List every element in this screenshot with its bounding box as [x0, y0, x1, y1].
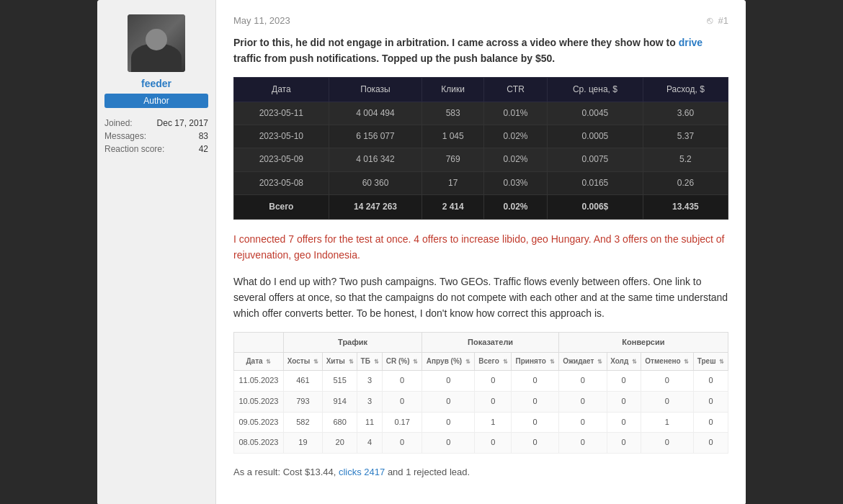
post-header: May 11, 2023 ⎋ #1 — [233, 14, 728, 26]
table-footer-cell: 14 247 263 — [329, 194, 422, 219]
table-cell: 5.2 — [643, 148, 728, 171]
main-content: May 11, 2023 ⎋ #1 Prior to this, he did … — [216, 0, 746, 504]
avatar — [128, 14, 185, 72]
table-cell: 0 — [382, 392, 422, 413]
table-cell: 0 — [512, 433, 559, 454]
table-cell: 0 — [694, 392, 728, 413]
table-cell: 0 — [694, 371, 728, 392]
table-footer-cell: 0.02% — [484, 194, 548, 219]
description-paragraph: What do I end up with? Two push campaign… — [233, 274, 728, 322]
sort-icon[interactable]: ⇅ — [349, 359, 354, 365]
post-number: #1 — [718, 15, 728, 26]
table-cell: 6 156 077 — [329, 125, 422, 148]
author-badge: Author — [104, 94, 208, 108]
table-cell: 0 — [558, 412, 607, 433]
share-icon[interactable]: ⎋ — [707, 14, 713, 26]
table-cell: 0 — [422, 412, 475, 433]
table-cell: 583 — [422, 102, 484, 125]
col-header-cell: Холд ⇅ — [607, 353, 641, 371]
group-header-cell: Показатели — [422, 332, 559, 353]
messages-label: Messages: — [104, 131, 146, 141]
sort-icon[interactable]: ⇅ — [597, 359, 602, 365]
col-header-cell: Хиты ⇅ — [322, 353, 357, 371]
sort-icon[interactable]: ⇅ — [313, 359, 318, 365]
table-cell: 680 — [322, 412, 357, 433]
col-header-cell: Всего ⇅ — [475, 353, 512, 371]
table-cell: 0.03% — [484, 171, 548, 194]
table-cell: 0 — [422, 371, 475, 392]
dark-table-header-cell: Дата — [234, 77, 329, 102]
table-cell: 0 — [607, 412, 641, 433]
sort-icon[interactable]: ⇅ — [550, 359, 555, 365]
user-meta: Joined: Dec 17, 2017 Messages: 83 Reacti… — [104, 118, 208, 157]
table-footer-cell: 2 414 — [422, 194, 484, 219]
table-cell: 0 — [475, 371, 512, 392]
dark-table-header-cell: CTR — [484, 77, 548, 102]
table-cell: 793 — [283, 392, 322, 413]
username[interactable]: feeder — [141, 78, 171, 89]
table-cell: 515 — [322, 371, 357, 392]
col-header-cell: Хосты ⇅ — [283, 353, 322, 371]
sort-icon[interactable]: ⇅ — [719, 359, 724, 365]
sort-icon[interactable]: ⇅ — [374, 359, 379, 365]
table-cell: 3.60 — [643, 102, 728, 125]
sort-icon[interactable]: ⇅ — [465, 359, 470, 365]
table-cell: 0 — [641, 371, 693, 392]
table-cell: 2023-05-10 — [234, 125, 329, 148]
col-header-cell: Дата ⇅ — [234, 353, 284, 371]
table-cell: 4 — [357, 433, 382, 454]
messages-row: Messages: 83 — [104, 131, 208, 141]
table-cell: 2023-05-08 — [234, 171, 329, 194]
table-cell: 769 — [422, 148, 484, 171]
group-header-cell: Трафик — [283, 332, 422, 353]
table-cell: 2023-05-09 — [234, 148, 329, 171]
table-cell: 0 — [422, 392, 475, 413]
dark-table-header-cell: Показы — [329, 77, 422, 102]
intro-paragraph: Prior to this, he did not engage in arbi… — [233, 35, 728, 67]
table-cell: 60 360 — [329, 171, 422, 194]
result-paragraph: As a result: Cost $13.44, clicks 2417 an… — [233, 465, 728, 480]
result-link[interactable]: clicks 2417 — [339, 467, 385, 477]
colored-paragraph: I connected 7 offers for the test at onc… — [233, 231, 728, 264]
table-cell: 0 — [475, 433, 512, 454]
sort-icon[interactable]: ⇅ — [413, 359, 418, 365]
reaction-label: Reaction score: — [104, 144, 164, 154]
table-cell: 4 004 494 — [329, 102, 422, 125]
table-cell: 3 — [357, 371, 382, 392]
dark-table-header-cell: Ср. цена, $ — [548, 77, 643, 102]
table-cell: 0 — [641, 392, 693, 413]
table-cell: 20 — [322, 433, 357, 454]
table-cell: 09.05.2023 — [234, 412, 284, 433]
intro-text-part1: Prior to this, he did not engage in arbi… — [233, 37, 679, 48]
table-cell: 0 — [558, 433, 607, 454]
col-header-cell: Апрув (%) ⇅ — [422, 353, 475, 371]
sort-icon[interactable]: ⇅ — [632, 359, 637, 365]
stats-light-table: ТрафикПоказателиКонверсииДата ⇅Хосты ⇅Хи… — [233, 332, 728, 454]
sort-icon[interactable]: ⇅ — [684, 359, 689, 365]
table-cell: 19 — [283, 433, 322, 454]
table-cell: 0 — [475, 392, 512, 413]
sidebar: feeder Author Joined: Dec 17, 2017 Messa… — [97, 0, 216, 504]
post-date: May 11, 2023 — [233, 15, 290, 26]
group-header-cell — [234, 332, 284, 353]
sort-icon[interactable]: ⇅ — [503, 359, 508, 365]
table-cell: 0.0045 — [548, 102, 643, 125]
stats-dark-table: ДатаПоказыКликиCTRСр. цена, $Расход, $ 2… — [233, 77, 728, 220]
col-header-cell: Принято ⇅ — [512, 353, 559, 371]
messages-value: 83 — [199, 131, 208, 141]
table-cell: 0 — [607, 392, 641, 413]
table-cell: 0 — [422, 433, 475, 454]
colored-text: I connected 7 offers for the test at onc… — [233, 233, 725, 261]
table-cell: 5.37 — [643, 125, 728, 148]
table-cell: 11.05.2023 — [234, 371, 284, 392]
table-cell: 0.0165 — [548, 171, 643, 194]
table-row: 10.05.2023793914300000000 — [234, 392, 728, 413]
drive-link[interactable]: drive — [679, 37, 702, 48]
sort-icon[interactable]: ⇅ — [266, 359, 271, 365]
table-footer-row: Всего14 247 2632 4140.02%0.006$13.435 — [234, 194, 728, 219]
light-table-group-header-row: ТрафикПоказателиКонверсии — [234, 332, 728, 353]
table-row: 08.05.20231920400000000 — [234, 433, 728, 454]
table-cell: 0 — [512, 371, 559, 392]
dark-table-header-cell: Клики — [422, 77, 484, 102]
table-cell: 17 — [422, 171, 484, 194]
